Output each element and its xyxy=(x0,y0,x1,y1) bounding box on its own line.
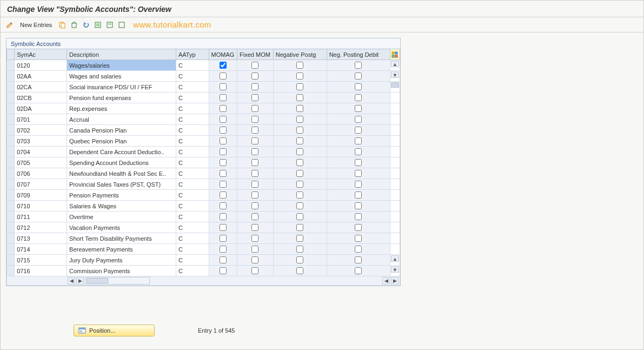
cell-negative-postg-checkbox[interactable] xyxy=(296,127,303,134)
row-selector[interactable] xyxy=(7,168,15,179)
cell-symac[interactable]: 0709 xyxy=(15,190,67,201)
cell-neg-posting-debit-checkbox[interactable] xyxy=(355,256,362,263)
cell-symac[interactable]: 02AA xyxy=(15,71,67,82)
row-selector[interactable] xyxy=(7,71,15,82)
cell-negative-postg-checkbox[interactable] xyxy=(296,83,303,90)
cell-neg-posting-debit-checkbox[interactable] xyxy=(355,116,362,123)
cell-fixed-mom-checkbox[interactable] xyxy=(251,105,258,112)
cell-symac[interactable]: 02DA xyxy=(15,103,67,114)
cell-negative-postg-checkbox[interactable] xyxy=(296,137,303,144)
cell-fixed-mom-checkbox[interactable] xyxy=(251,170,258,177)
row-selector[interactable] xyxy=(7,60,15,71)
cell-momag-checkbox[interactable] xyxy=(220,256,227,263)
table-row[interactable]: 0713Short Term Disability PaymentsC xyxy=(7,233,400,244)
vscroll-down-arrow[interactable]: ▼ xyxy=(391,266,399,273)
new-entries-button[interactable]: New Entries xyxy=(17,21,55,29)
hscroll-track[interactable] xyxy=(85,277,150,285)
cell-momag-checkbox[interactable] xyxy=(220,83,227,90)
cell-neg-posting-debit-checkbox[interactable] xyxy=(355,137,362,144)
cell-description[interactable]: Dependent Care Account Deductio.. xyxy=(67,147,176,157)
cell-momag-checkbox[interactable] xyxy=(220,62,227,69)
cell-fixed-mom-checkbox[interactable] xyxy=(251,191,258,199)
cell-neg-posting-debit-checkbox[interactable] xyxy=(355,94,362,101)
cell-aatyp[interactable]: C xyxy=(176,114,209,125)
table-row[interactable]: 0702Canada Pension PlanC xyxy=(7,125,400,136)
cell-momag-checkbox[interactable] xyxy=(220,267,227,274)
cell-momag-checkbox[interactable] xyxy=(220,137,227,144)
cell-momag-checkbox[interactable] xyxy=(220,72,227,80)
row-selector[interactable] xyxy=(7,266,15,276)
cell-fixed-mom-checkbox[interactable] xyxy=(251,148,258,155)
cell-description[interactable]: Commission Payments xyxy=(67,266,176,276)
cell-symac[interactable]: 0716 xyxy=(15,266,67,276)
cell-symac[interactable]: 0707 xyxy=(15,179,67,190)
table-row[interactable]: 0711OvertimeC xyxy=(7,212,400,222)
vscroll-step-down-arrow[interactable]: ▼ xyxy=(391,71,399,78)
table-row[interactable]: 0705Spending Account DeductionsC xyxy=(7,157,400,168)
cell-momag-checkbox[interactable] xyxy=(220,116,227,123)
cell-fixed-mom-checkbox[interactable] xyxy=(251,72,258,80)
cell-description[interactable]: Overtime xyxy=(67,212,176,222)
cell-description[interactable]: Social insurance PDS/ UI / FEF xyxy=(67,82,176,93)
cell-description[interactable]: Jury Duty Payments xyxy=(67,255,176,266)
cell-aatyp[interactable]: C xyxy=(176,266,209,276)
cell-symac[interactable]: 02CB xyxy=(15,93,67,103)
cell-neg-posting-debit-checkbox[interactable] xyxy=(355,72,362,80)
col-neg-posting-debit[interactable]: Neg. Posting Debit xyxy=(327,49,390,60)
delete-icon[interactable] xyxy=(69,20,79,30)
cell-aatyp[interactable]: C xyxy=(176,103,209,114)
cell-neg-posting-debit-checkbox[interactable] xyxy=(355,159,362,166)
row-selector[interactable] xyxy=(7,136,15,147)
cell-negative-postg-checkbox[interactable] xyxy=(296,267,303,274)
table-row[interactable]: 0715Jury Duty PaymentsC▲ xyxy=(7,255,400,266)
row-selector[interactable] xyxy=(7,255,15,266)
hscroll-left-arrow-2[interactable]: ◀ xyxy=(382,277,390,285)
row-selector[interactable] xyxy=(7,114,15,125)
cell-momag-checkbox[interactable] xyxy=(220,224,227,231)
cell-momag-checkbox[interactable] xyxy=(220,170,227,177)
table-row[interactable]: 0706Newfoundland Health & Post Sec E..C xyxy=(7,168,400,179)
table-row[interactable]: 02CASocial insurance PDS/ UI / FEFC xyxy=(7,82,400,93)
cell-fixed-mom-checkbox[interactable] xyxy=(251,94,258,101)
col-row-selector[interactable] xyxy=(7,49,15,60)
cell-neg-posting-debit-checkbox[interactable] xyxy=(355,62,362,69)
select-block-icon[interactable] xyxy=(105,20,115,30)
table-row[interactable]: 0704Dependent Care Account Deductio..C xyxy=(7,147,400,157)
cell-neg-posting-debit-checkbox[interactable] xyxy=(355,83,362,90)
cell-aatyp[interactable]: C xyxy=(176,71,209,82)
cell-symac[interactable]: 0703 xyxy=(15,136,67,147)
cell-description[interactable]: Bereavement Payments xyxy=(67,244,176,255)
cell-symac[interactable]: 0711 xyxy=(15,212,67,222)
cell-symac[interactable]: 02CA xyxy=(15,82,67,93)
cell-negative-postg-checkbox[interactable] xyxy=(296,181,303,188)
hscroll-right-arrow[interactable]: ▶ xyxy=(76,277,84,285)
cell-neg-posting-debit-checkbox[interactable] xyxy=(355,235,362,242)
cell-negative-postg-checkbox[interactable] xyxy=(296,191,303,199)
cell-fixed-mom-checkbox[interactable] xyxy=(251,246,258,253)
row-selector[interactable] xyxy=(7,82,15,93)
cell-fixed-mom-checkbox[interactable] xyxy=(251,235,258,242)
cell-symac[interactable]: 0713 xyxy=(15,233,67,244)
table-row[interactable]: 0701AccrualC xyxy=(7,114,400,125)
cell-negative-postg-checkbox[interactable] xyxy=(296,202,303,209)
cell-aatyp[interactable]: C xyxy=(176,147,209,157)
cell-neg-posting-debit-checkbox[interactable] xyxy=(355,246,362,253)
table-row[interactable]: 0707Provincial Sales Taxes (PST, QST)C xyxy=(7,179,400,190)
cell-description[interactable]: Provincial Sales Taxes (PST, QST) xyxy=(67,179,176,190)
cell-momag-checkbox[interactable] xyxy=(220,148,227,155)
cell-momag-checkbox[interactable] xyxy=(220,213,227,220)
cell-neg-posting-debit-checkbox[interactable] xyxy=(355,170,362,177)
table-row[interactable]: 02AAWages and salariesC▼ xyxy=(7,71,400,82)
cell-symac[interactable]: 0706 xyxy=(15,168,67,179)
toggle-change-icon[interactable] xyxy=(5,20,15,30)
row-selector[interactable] xyxy=(7,222,15,233)
position-button[interactable]: Position... xyxy=(74,325,155,336)
cell-description[interactable]: Vacation Payments xyxy=(67,222,176,233)
cell-negative-postg-checkbox[interactable] xyxy=(296,235,303,242)
cell-negative-postg-checkbox[interactable] xyxy=(296,148,303,155)
table-row[interactable]: 0120Wages/salariesC▲ xyxy=(7,60,400,71)
row-selector[interactable] xyxy=(7,103,15,114)
cell-description[interactable]: Canada Pension Plan xyxy=(67,125,176,136)
col-symac[interactable]: SymAc xyxy=(15,49,67,60)
table-row[interactable]: 0709Pension PaymentsC xyxy=(7,190,400,201)
